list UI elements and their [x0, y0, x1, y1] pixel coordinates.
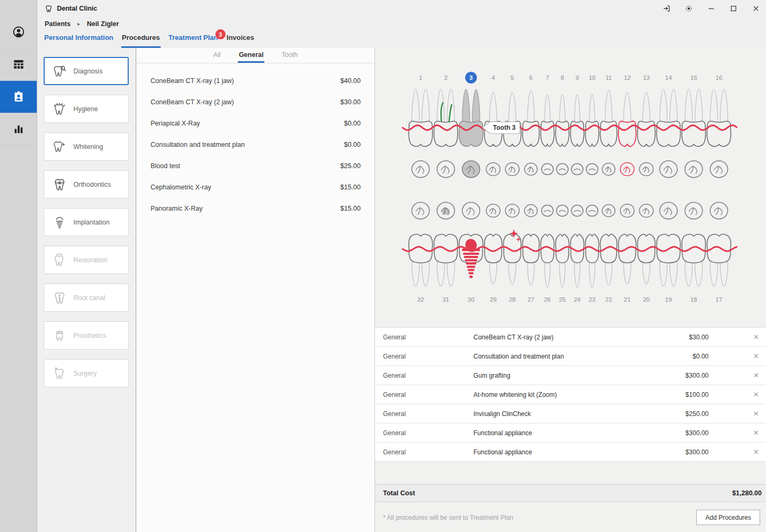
svg-text:28: 28 — [509, 296, 516, 303]
total-value: $1,280.00 — [732, 489, 762, 497]
svg-text:27: 27 — [528, 296, 535, 303]
tooth-logo-icon — [45, 5, 53, 13]
procedure-item[interactable]: ConeBeam CT X-ray (1 jaw) $40.00 — [137, 70, 374, 92]
svg-text:18: 18 — [690, 296, 697, 303]
selected-procedures-table: General ConeBeam CT X-ray (2 jaw) $30.00… — [375, 327, 766, 462]
svg-text:32: 32 — [417, 296, 424, 303]
filter-tab-all[interactable]: All — [212, 51, 222, 63]
procedure-item[interactable]: Cephalometric X-ray $15.00 — [137, 177, 374, 198]
maximize-button[interactable] — [729, 4, 738, 13]
procedure-categories: Diagnosis Hygiene Whitening Orthodontics… — [37, 48, 136, 532]
total-row: Total Cost $1,280.00 — [375, 484, 766, 502]
svg-text:29: 29 — [490, 296, 497, 303]
exit-button[interactable] — [662, 4, 671, 13]
filter-tab-general[interactable]: General — [238, 51, 265, 63]
exit-icon — [662, 4, 671, 13]
breadcrumb-separator-icon: ▸ — [78, 21, 80, 27]
app-sidebar — [0, 0, 37, 532]
sidebar-item-patient-card[interactable] — [0, 81, 37, 113]
minimize-button[interactable] — [706, 4, 716, 13]
svg-text:15: 15 — [690, 74, 697, 81]
close-icon — [752, 4, 760, 13]
category-root-canal[interactable]: Root canal — [44, 284, 129, 312]
tab-treatment-plan[interactable]: Treatment Plan3 — [168, 32, 219, 48]
procedure-item[interactable]: Periapical X-Ray $0.00 — [137, 113, 374, 134]
category-hygiene[interactable]: Hygiene — [44, 95, 129, 123]
category-diagnosis[interactable]: Diagnosis — [44, 57, 129, 85]
selected-procedure-row: General Functional appliance $300.00 ✕ — [375, 443, 766, 462]
tab-procedures[interactable]: Procedures — [121, 32, 161, 48]
tooth-braces-icon — [53, 178, 66, 192]
svg-text:30: 30 — [468, 296, 474, 303]
patient-tabs: Personal InformationProceduresTreatment … — [44, 32, 255, 48]
close-button[interactable] — [751, 4, 761, 13]
patient-card-icon — [12, 90, 26, 104]
svg-text:20: 20 — [643, 296, 650, 303]
sidebar-item-stats[interactable] — [0, 113, 37, 145]
breadcrumb-patients[interactable]: Patients — [45, 20, 71, 28]
remove-procedure-icon[interactable]: ✕ — [753, 410, 766, 418]
procedures-panel: AllGeneralTooth ConeBeam CT X-ray (1 jaw… — [137, 48, 375, 532]
category-whitening[interactable]: Whitening — [44, 132, 129, 161]
procedure-item[interactable]: Consultation and treatment plan $0.00 — [137, 134, 374, 155]
procedure-list: ConeBeam CT X-ray (1 jaw) $40.00ConeBeam… — [137, 63, 374, 219]
remove-procedure-icon[interactable]: ✕ — [753, 448, 766, 456]
implant-icon — [53, 215, 66, 229]
filter-tab-tooth[interactable]: Tooth — [280, 51, 299, 63]
tooth-surgery-icon — [53, 367, 66, 380]
svg-text:11: 11 — [605, 74, 612, 81]
svg-text:2: 2 — [444, 74, 447, 81]
procedure-item[interactable]: ConeBeam CT X-ray (2 jaw) $30.00 — [137, 92, 374, 113]
category-surgery[interactable]: Surgery — [44, 359, 129, 387]
svg-text:21: 21 — [624, 296, 631, 303]
tooth-sparkle-icon — [53, 140, 66, 154]
remove-procedure-icon[interactable]: ✕ — [753, 429, 766, 437]
svg-text:6: 6 — [529, 74, 532, 81]
remove-procedure-icon[interactable]: ✕ — [753, 352, 766, 360]
tooth-tooltip: Tooth 3 — [493, 124, 516, 131]
category-orthodontics[interactable]: Orthodontics — [44, 170, 129, 198]
selected-procedure-row: General Invisalign ClinCheck $250.00 ✕ — [375, 404, 766, 423]
user-icon — [12, 25, 26, 39]
theme-icon — [685, 4, 693, 13]
titlebar: Dental Clinic — [37, 0, 766, 17]
tooth-rootcanal-icon — [53, 291, 66, 305]
tooth-hygiene-icon — [53, 102, 66, 116]
dental-chart-panel: 1234567891011121314151632313029282726252… — [375, 48, 766, 532]
schedule-grid-icon — [12, 57, 26, 71]
remove-procedure-icon[interactable]: ✕ — [753, 371, 766, 379]
minimize-icon — [707, 4, 715, 13]
panel-footer: * All procedures will be sent to Treatme… — [375, 503, 766, 532]
selected-procedure-row: General ConeBeam CT X-ray (2 jaw) $30.00… — [375, 328, 766, 347]
procedure-item[interactable]: Panoramic X-Ray $15.00 — [137, 198, 374, 219]
add-procedures-button[interactable]: Add Procedures — [696, 510, 760, 525]
dental-chart[interactable]: 1234567891011121314151632313029282726252… — [375, 48, 766, 327]
category-prosthetics[interactable]: Prosthetics — [44, 321, 129, 350]
selected-procedure-row: General At-home whitening kit (Zoom) $10… — [375, 385, 766, 404]
svg-text:16: 16 — [715, 74, 722, 81]
tooth-crown-icon — [53, 329, 66, 343]
breadcrumb: Patients ▸ Neil Zigler — [45, 20, 119, 28]
sidebar-item-schedule-grid[interactable] — [0, 48, 37, 81]
remove-procedure-icon[interactable]: ✕ — [753, 390, 766, 398]
category-implantation[interactable]: Implantation — [44, 208, 129, 236]
svg-text:31: 31 — [443, 296, 449, 303]
remove-procedure-icon[interactable]: ✕ — [753, 333, 766, 341]
selected-procedure-row: General Gum grafting $300.00 ✕ — [375, 366, 766, 385]
sidebar-item-user[interactable] — [0, 16, 37, 48]
tab-invoices[interactable]: Invoices — [226, 32, 255, 48]
svg-text:26: 26 — [544, 296, 551, 303]
svg-text:1: 1 — [419, 74, 422, 81]
category-restoration[interactable]: Restoration — [44, 246, 129, 274]
treatment-plan-badge: 3 — [215, 29, 226, 39]
svg-text:9: 9 — [576, 74, 579, 81]
maximize-icon — [729, 4, 738, 13]
tab-personal-information[interactable]: Personal Information — [44, 32, 114, 48]
procedure-item[interactable]: Blood test $25.00 — [137, 155, 374, 177]
theme-button[interactable] — [684, 4, 694, 13]
tooth-magnifier-icon — [53, 64, 66, 78]
tooth-restore-icon — [53, 253, 66, 267]
svg-text:13: 13 — [643, 74, 650, 81]
svg-text:22: 22 — [605, 296, 612, 303]
svg-text:3: 3 — [469, 74, 472, 81]
